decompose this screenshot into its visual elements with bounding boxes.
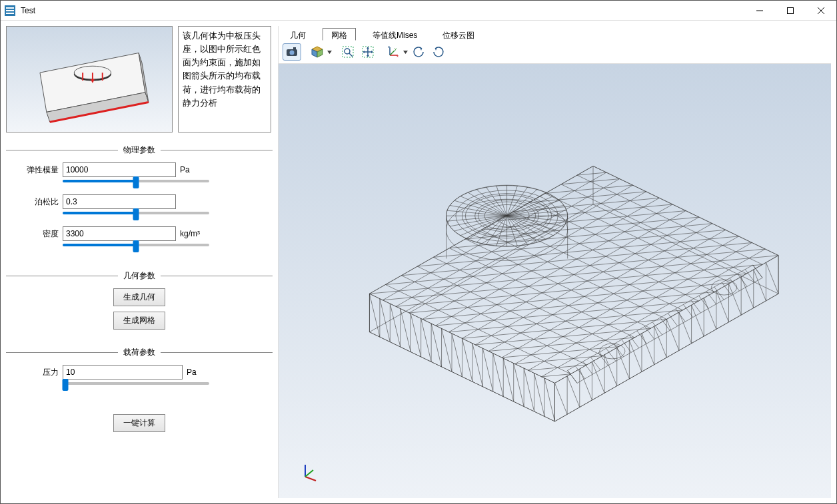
svg-line-394	[442, 367, 452, 372]
compute-button[interactable]: 一键计算	[113, 414, 165, 432]
svg-line-458	[679, 344, 692, 351]
poisson-label: 泊松比	[26, 196, 63, 208]
svg-line-347	[575, 366, 584, 379]
svg-line-454	[666, 320, 679, 351]
svg-line-446	[629, 372, 642, 379]
tab-geometry[interactable]: 几何	[281, 28, 315, 41]
svg-line-469	[729, 284, 742, 315]
axes-dropdown-icon[interactable]	[403, 43, 408, 61]
generate-geometry-button[interactable]: 生成几何	[113, 288, 165, 306]
svg-line-420	[534, 373, 544, 416]
svg-point-71	[711, 280, 736, 295]
svg-line-463	[704, 298, 716, 330]
svg-line-388	[421, 357, 431, 362]
maximize-button[interactable]	[775, 1, 806, 21]
svg-line-307	[447, 210, 491, 214]
tab-mesh[interactable]: 网格	[323, 28, 356, 41]
svg-line-28	[390, 51, 395, 55]
svg-line-412	[503, 397, 513, 401]
svg-line-381	[401, 309, 411, 352]
elastic-modulus-input[interactable]	[63, 162, 176, 177]
axes-icon[interactable]: zxy	[384, 43, 403, 61]
mesh-viewport[interactable]	[279, 64, 831, 498]
svg-line-346	[568, 370, 577, 383]
svg-rect-13	[293, 47, 296, 49]
pressure-slider[interactable]	[63, 382, 209, 385]
svg-line-390	[431, 324, 441, 367]
pressure-input[interactable]	[63, 365, 183, 379]
svg-line-400	[462, 377, 472, 381]
svg-line-411	[503, 358, 513, 401]
tab-displacement[interactable]: 位移云图	[434, 28, 483, 41]
svg-text:z: z	[388, 45, 390, 49]
tab-mises[interactable]: 等值线Mises	[364, 28, 426, 41]
density-input[interactable]	[63, 226, 176, 241]
load-title: 载荷参数	[118, 347, 161, 358]
svg-line-467	[716, 322, 729, 330]
poisson-input[interactable]	[63, 194, 176, 209]
svg-line-352	[614, 344, 623, 357]
svg-line-397	[452, 372, 462, 376]
generate-mesh-button[interactable]: 生成网格	[113, 312, 165, 330]
viewport-toolbar: zxy	[279, 41, 831, 64]
svg-line-364	[706, 292, 716, 304]
svg-line-427	[555, 383, 568, 414]
svg-line-396	[452, 334, 462, 377]
load-params-section: 载荷参数 压力 Pa	[6, 343, 273, 397]
svg-line-414	[514, 364, 524, 407]
svg-line-303	[447, 217, 491, 221]
svg-line-366	[722, 282, 731, 295]
model-preview	[6, 26, 173, 132]
zoom-box-icon[interactable]	[339, 43, 357, 61]
geometry-params-section: 几何参数 生成几何 生成网格	[6, 266, 273, 335]
svg-point-12	[290, 51, 295, 55]
close-button[interactable]	[806, 1, 836, 21]
svg-line-479	[766, 294, 778, 301]
poisson-slider[interactable]	[63, 212, 209, 214]
rotate-cw-icon[interactable]	[429, 43, 448, 61]
geometry-title: 几何参数	[118, 270, 161, 282]
svg-line-466	[716, 291, 729, 322]
svg-line-445	[629, 340, 642, 372]
svg-line-379	[390, 342, 400, 347]
elastic-modulus-slider[interactable]	[63, 180, 209, 182]
svg-line-428	[555, 414, 568, 421]
svg-line-363	[699, 296, 708, 308]
camera-icon[interactable]	[283, 43, 301, 61]
svg-line-483	[305, 470, 313, 477]
pan-icon[interactable]	[359, 43, 377, 61]
svg-line-339	[522, 210, 566, 214]
rotate-ccw-icon[interactable]	[409, 43, 428, 61]
svg-line-367	[730, 278, 739, 291]
svg-line-417	[524, 368, 534, 411]
svg-line-378	[390, 304, 400, 347]
left-panel: 该几何体为中板压头座，以图中所示红色面为约束面，施加如图箭头所示的均布载荷，进行…	[6, 26, 273, 498]
svg-line-369	[745, 270, 754, 282]
cube-icon[interactable]	[308, 43, 327, 61]
svg-line-442	[617, 348, 630, 379]
svg-line-451	[654, 326, 667, 358]
svg-line-348	[583, 362, 592, 374]
mesh-wireframe	[279, 64, 831, 498]
svg-line-472	[741, 277, 754, 308]
elastic-modulus-unit: Pa	[180, 165, 190, 174]
svg-line-449	[642, 365, 654, 372]
axis-triad-icon	[299, 462, 319, 482]
svg-line-376	[380, 337, 390, 342]
description-box: 该几何体为中板压头座，以图中所示红色面为约束面，施加如图箭头所示的均布载荷，进行…	[178, 26, 271, 132]
physical-params-section: 物理参数 弹性模量 Pa 泊松比	[6, 140, 273, 258]
svg-line-351	[606, 348, 616, 361]
svg-line-391	[431, 362, 441, 366]
svg-line-409	[493, 391, 503, 396]
svg-point-19	[345, 49, 350, 54]
svg-marker-32	[403, 51, 408, 54]
title-bar: Test	[1, 1, 836, 21]
svg-line-406	[482, 387, 492, 391]
density-slider[interactable]	[63, 244, 209, 246]
svg-line-437	[592, 393, 604, 400]
cube-dropdown-icon[interactable]	[327, 43, 332, 61]
svg-line-431	[567, 407, 580, 415]
elastic-modulus-label: 弹性模量	[26, 164, 63, 176]
svg-line-455	[666, 350, 679, 358]
minimize-button[interactable]	[744, 1, 775, 21]
